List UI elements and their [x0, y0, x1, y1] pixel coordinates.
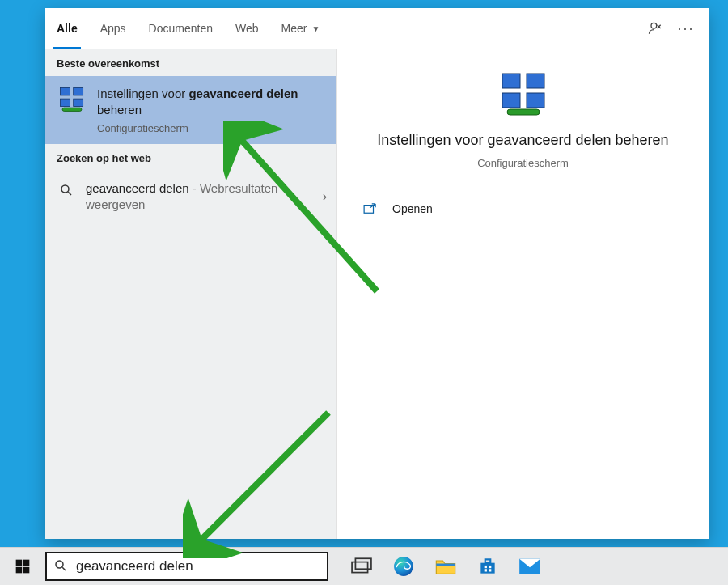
svg-rect-4: [74, 99, 83, 106]
svg-rect-24: [485, 569, 487, 571]
feedback-icon[interactable]: [645, 19, 665, 38]
svg-rect-9: [502, 93, 520, 108]
edge-browser-icon[interactable]: [392, 554, 416, 579]
svg-rect-22: [485, 566, 487, 568]
action-open[interactable]: Openen: [358, 189, 688, 228]
file-explorer-icon[interactable]: [434, 554, 458, 579]
taskbar-search-box[interactable]: [45, 552, 328, 581]
start-button[interactable]: [0, 548, 45, 585]
svg-point-6: [61, 185, 69, 193]
more-options-icon[interactable]: ···: [676, 19, 696, 38]
chevron-down-icon: ▼: [311, 24, 320, 33]
svg-rect-16: [23, 567, 30, 574]
svg-rect-25: [489, 569, 491, 571]
results-pane: Beste overeenkomst Instelling: [45, 49, 337, 539]
web-search-header: Zoeken op het web: [45, 144, 336, 171]
tab-apps[interactable]: Apps: [89, 8, 138, 49]
svg-rect-3: [61, 99, 70, 106]
result-subtitle: Configuratiescherm: [97, 122, 325, 134]
search-tabs-bar: Alle Apps Documenten Web Meer ▼ ···: [45, 8, 709, 49]
search-icon: [58, 182, 74, 198]
result-advanced-sharing-settings[interactable]: Instellingen voor geavanceerd delen behe…: [45, 76, 336, 144]
svg-point-17: [56, 561, 63, 568]
action-open-label: Openen: [392, 202, 433, 215]
search-panel: Alle Apps Documenten Web Meer ▼ ···: [45, 8, 709, 539]
preview-pane: Instellingen voor geavanceerd delen behe…: [337, 49, 709, 539]
preview-title: Instellingen voor geavanceerd delen behe…: [377, 132, 668, 149]
svg-point-0: [651, 23, 657, 28]
preview-subtitle: Configuratiescherm: [477, 157, 569, 169]
svg-rect-8: [527, 74, 544, 88]
web-result-item[interactable]: geavanceerd delen - Webresultaten weerge…: [45, 171, 336, 223]
tab-all[interactable]: Alle: [45, 8, 89, 49]
search-tabs: Alle Apps Documenten Web Meer ▼: [45, 8, 331, 49]
tab-more[interactable]: Meer ▼: [270, 8, 332, 49]
svg-rect-2: [74, 88, 83, 95]
open-icon: [363, 203, 378, 214]
task-view-icon[interactable]: [349, 554, 374, 579]
network-sharing-icon: [58, 86, 86, 113]
svg-rect-18: [352, 562, 368, 573]
chevron-right-icon[interactable]: ›: [323, 189, 327, 204]
svg-rect-19: [355, 558, 371, 569]
svg-rect-21: [436, 564, 455, 567]
svg-rect-23: [489, 566, 491, 568]
svg-rect-10: [527, 93, 544, 108]
taskbar-pinned-apps: [328, 548, 542, 585]
web-result-text: geavanceerd delen - Webresultaten weerge…: [86, 180, 311, 214]
svg-rect-13: [16, 560, 23, 566]
svg-rect-14: [23, 560, 30, 566]
desktop-background: Alle Apps Documenten Web Meer ▼ ···: [0, 0, 728, 585]
network-sharing-icon: [499, 72, 548, 117]
taskbar: [0, 547, 728, 585]
search-icon: [53, 558, 68, 575]
svg-rect-15: [16, 567, 23, 574]
svg-rect-5: [62, 108, 82, 111]
mail-icon[interactable]: [518, 554, 542, 579]
svg-rect-11: [507, 109, 540, 115]
tab-web[interactable]: Web: [224, 8, 270, 49]
svg-rect-7: [502, 74, 520, 88]
microsoft-store-icon[interactable]: [476, 554, 500, 579]
tab-documents[interactable]: Documenten: [138, 8, 224, 49]
best-match-header: Beste overeenkomst: [45, 49, 336, 76]
taskbar-search-input[interactable]: [74, 557, 320, 575]
svg-rect-1: [61, 88, 70, 95]
result-title: Instellingen voor geavanceerd delen behe…: [97, 86, 325, 119]
